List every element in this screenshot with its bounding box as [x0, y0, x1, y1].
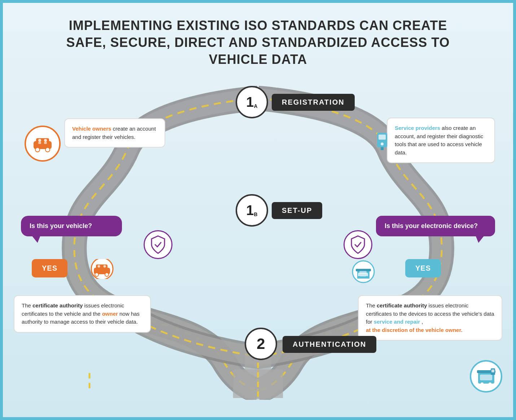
svg-point-41: [481, 382, 484, 385]
svg-point-35: [366, 276, 368, 278]
right-cert-bold: certificate authority: [377, 302, 427, 309]
step-1a-label: REGISTRATION: [272, 94, 355, 111]
svg-point-27: [98, 265, 100, 268]
svg-rect-9: [44, 142, 47, 144]
svg-point-5: [45, 148, 50, 152]
right-cert-comma: ,: [421, 319, 423, 325]
left-shield-circle: [144, 230, 172, 259]
small-service-svg: [351, 259, 376, 284]
svg-point-6: [38, 139, 41, 142]
svg-rect-19: [379, 135, 386, 140]
svg-point-34: [358, 276, 360, 278]
right-shield-circle: [344, 230, 372, 259]
bottom-left-road-element: [82, 373, 97, 393]
step-1b-sub: B: [254, 211, 258, 217]
left-cert-owner-highlight: owner: [102, 311, 118, 317]
left-cert-bold: certificate authority: [32, 302, 83, 309]
step-1a-number: 1: [246, 95, 254, 109]
svg-point-25: [95, 273, 99, 276]
right-cert-orange-highlight: at the discretion of the vehicle owner.: [366, 327, 463, 333]
bottom-service-svg: [476, 367, 496, 386]
left-question-bubble: Is this your vehicle?: [21, 216, 122, 236]
svg-rect-3: [36, 138, 49, 144]
vehicle-owner-highlight: Vehicle owners: [72, 126, 111, 132]
svg-point-7: [44, 139, 47, 142]
right-cert-text-start: The: [366, 302, 377, 309]
left-shield-icon: [150, 235, 166, 254]
svg-point-4: [35, 148, 40, 152]
right-shield-icon: [350, 235, 366, 254]
right-question-text: Is this your electronic device?: [385, 222, 478, 229]
diagnostic-tool-icon-wrapper: [374, 131, 390, 152]
step-1a-badge: 1 A: [236, 86, 268, 118]
step-1b-number: 1: [246, 204, 254, 217]
main-container: IMPLEMENTING EXISTING ISO STANDARDS CAN …: [0, 0, 516, 420]
vehicle-owner-text-box: Vehicle owners create an account and reg…: [64, 118, 165, 148]
right-question-bubble: Is this your electronic device?: [376, 216, 495, 236]
small-car-svg: [89, 259, 115, 279]
main-title: IMPLEMENTING EXISTING ISO STANDARDS CAN …: [39, 17, 477, 68]
svg-point-20: [381, 143, 384, 145]
left-certificate-box: The certificate authority issues electro…: [14, 295, 151, 333]
right-yes-button[interactable]: YES: [405, 259, 441, 277]
bottom-dashes: [82, 373, 97, 391]
step-2-number: 2: [257, 335, 265, 353]
title-line1: IMPLEMENTING EXISTING ISO STANDARDS CAN …: [39, 17, 477, 34]
small-service-icon-wrapper: [351, 259, 376, 286]
svg-rect-31: [356, 269, 371, 271]
title-section: IMPLEMENTING EXISTING ISO STANDARDS CAN …: [3, 3, 513, 75]
svg-rect-44: [491, 369, 494, 372]
left-cert-text-start: The: [22, 302, 32, 309]
left-question-text: Is this your vehicle?: [30, 222, 92, 229]
left-yes-button[interactable]: YES: [32, 259, 67, 277]
svg-point-42: [489, 382, 491, 385]
step-1b-badge: 1 B: [236, 194, 268, 227]
service-provider-text-box: Service providers also create an account…: [387, 118, 495, 163]
service-provider-highlight: Service providers: [395, 125, 440, 131]
step-1b-label: SET-UP: [272, 202, 322, 219]
svg-rect-40: [480, 375, 492, 380]
title-line2: SAFE, SECURE, DIRECT AND STANDARDIZED AC…: [39, 34, 477, 68]
bottom-service-icon: [470, 360, 502, 393]
vehicle-owner-icon-circle: [25, 126, 61, 162]
step-1a-sub: A: [254, 103, 258, 109]
right-certificate-box: The certificate authority issues electro…: [358, 295, 502, 341]
step-2-label: AUTHENTICATION: [283, 336, 376, 353]
svg-point-26: [105, 273, 109, 276]
car-icon: [32, 135, 53, 153]
right-cert-teal-highlight: service and repair: [374, 319, 420, 325]
step-2-badge: 2: [245, 328, 277, 360]
svg-rect-21: [381, 147, 384, 150]
small-car-icon: [89, 259, 115, 280]
svg-rect-8: [38, 142, 41, 144]
svg-point-28: [104, 265, 106, 268]
content-area: 1 A REGISTRATION Vehicle owners: [3, 75, 513, 400]
diagnostic-icon: [374, 131, 390, 151]
svg-rect-24: [96, 264, 108, 270]
svg-rect-33: [359, 271, 367, 274]
